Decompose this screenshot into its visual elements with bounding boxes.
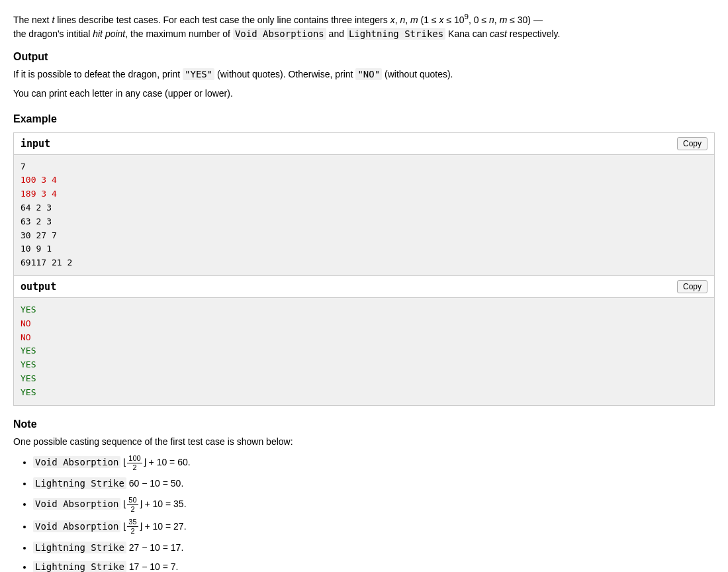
note-item-6: Lightning Strike 17 − 10 = 7. [33,559,715,572]
note-item-2-code: Lightning Strike [33,477,126,489]
hit-point-text: hit point [93,28,125,39]
t-variable: t [52,15,54,25]
x-variable: x [390,15,395,25]
input-line-1: 7 [21,162,26,171]
note-line1: One possible casting sequence of the fir… [13,435,715,449]
note-item-4: Void Absorption ⌊352⌋ + 10 = 27. [33,518,715,536]
note-item-6-code: Lightning Strike [33,561,126,572]
input-box: input Copy 7 100 3 4 189 3 4 64 2 3 63 2… [13,132,715,276]
output-line-7: YES [21,387,36,397]
intro-paragraph: The next t lines describe test cases. Fo… [13,11,715,41]
note-item-2: Lightning Strike 60 − 10 = 50. [33,476,715,492]
input-header: input Copy [14,133,714,155]
input-line-5: 63 2 3 [21,216,52,226]
input-line-3: 189 3 4 [21,189,57,199]
input-line-6: 30 27 7 [21,230,57,240]
output-body: YES NO NO YES YES YES YES [14,298,714,405]
input-body: 7 100 3 4 189 3 4 64 2 3 63 2 3 30 27 7 … [14,155,714,275]
note-item-5: Lightning Strike 27 − 10 = 17. [33,540,715,556]
note-item-4-code: Void Absorption [33,520,120,532]
void-absorptions-code: Void Absorptions [233,28,326,40]
output-line2: You can print each letter in any case (u… [13,87,715,101]
note-list: Void Absorption ⌊1002⌋ + 10 = 60. Lightn… [33,454,715,572]
n-variable: n [400,15,405,25]
input-label: input [21,138,50,150]
output-box: output Copy YES NO NO YES YES YES YES [13,276,715,406]
input-line-4: 64 2 3 [21,203,52,213]
note-item-1-code: Void Absorption [33,456,120,468]
input-line-8: 69117 21 2 [21,258,72,267]
note-item-3-code: Void Absorption [33,498,120,510]
output-line1: If it is possible to defeat the dragon, … [13,68,715,81]
note-item-1-math: ⌊1002⌋ + 10 = 60. [123,457,190,467]
output-line-2: NO [21,318,31,328]
input-line-7: 10 9 1 [21,244,52,254]
output-line-3: NO [21,332,31,342]
note-item-3-math: ⌊502⌋ + 10 = 35. [123,499,186,509]
input-copy-button[interactable]: Copy [677,137,707,150]
output-label: output [21,281,56,293]
output-header: output Copy [14,276,714,298]
output-line-1: YES [21,305,36,314]
note-item-3: Void Absorption ⌊502⌋ + 10 = 35. [33,496,715,514]
m-variable: m [410,15,418,25]
note-item-1: Void Absorption ⌊1002⌋ + 10 = 60. [33,454,715,472]
output-line-4: YES [21,346,36,356]
input-line-2: 100 3 4 [21,175,57,185]
output-line-6: YES [21,373,36,383]
note-item-6-math: 17 − 10 = 7. [129,561,179,572]
output-title: Output [13,49,715,65]
lightning-strikes-code: Lightning Strikes [347,28,445,40]
note-item-5-code: Lightning Strike [33,542,126,553]
note-item-5-math: 27 − 10 = 17. [129,542,184,553]
note-title: Note [13,416,715,432]
example-title: Example [13,111,715,127]
output-copy-button[interactable]: Copy [677,280,707,293]
note-item-4-math: ⌊352⌋ + 10 = 27. [123,521,186,532]
cast-text: cast [490,28,507,39]
output-line-5: YES [21,359,36,369]
note-item-2-math: 60 − 10 = 50. [129,478,184,489]
